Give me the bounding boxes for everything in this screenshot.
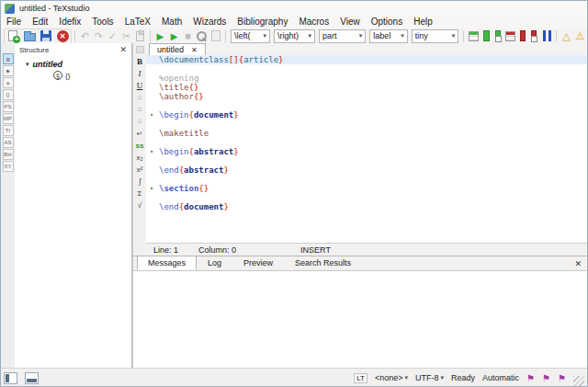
structure-section-item[interactable]: § {}	[15, 71, 131, 80]
code-line[interactable]	[146, 101, 588, 110]
build-and-view-button[interactable]: ▶	[153, 29, 167, 43]
undo-button[interactable]: ↶	[78, 29, 92, 43]
view-log-button[interactable]	[195, 29, 209, 43]
redo-button[interactable]: ↷	[92, 29, 106, 43]
toggle-sidebar-button[interactable]	[4, 372, 17, 384]
close-icon[interactable]: ✕	[119, 45, 127, 54]
remove-column-icon[interactable]	[520, 30, 526, 41]
paste-column-icon[interactable]	[495, 30, 501, 41]
fold-arrow-icon[interactable]: ▾	[146, 147, 157, 156]
underline-icon[interactable]: U	[134, 80, 146, 91]
code-line[interactable]: %opening	[146, 74, 588, 83]
fontsize-dropdown[interactable]: tiny▾	[412, 29, 458, 43]
sidepanel-metapost[interactable]: MP	[3, 113, 14, 124]
code-line[interactable]: ▾\begin{abstract}	[146, 147, 588, 156]
code-line[interactable]: \end{abstract}	[146, 165, 588, 175]
italic-icon[interactable]: I	[134, 68, 146, 79]
menu-help[interactable]: Help	[408, 16, 438, 28]
code-line[interactable]: ▾\section{}	[146, 184, 588, 193]
superscript-icon[interactable]: x²	[134, 164, 146, 175]
compile-button[interactable]: ▶	[167, 29, 181, 43]
save-button[interactable]	[38, 29, 54, 43]
menu-file[interactable]: File	[1, 16, 27, 28]
structure-root-item[interactable]: ▾ untitled	[15, 60, 131, 69]
align-center-icon[interactable]: ≡	[134, 104, 146, 115]
sidepanel-pstricks[interactable]: PS	[3, 101, 14, 112]
menu-wizards[interactable]: Wizards	[187, 16, 232, 28]
bookmark-2-icon[interactable]: ⚑	[542, 373, 550, 383]
sidepanel-beamer[interactable]: BH	[3, 149, 14, 160]
resize-grip[interactable]	[573, 376, 584, 387]
chevron-down-icon[interactable]: ▾	[26, 61, 29, 68]
code-line[interactable]: \maketitle	[146, 129, 588, 138]
close-tab-icon[interactable]: ✕	[191, 46, 198, 54]
code-line[interactable]	[146, 64, 588, 74]
tab-preview[interactable]: Preview	[232, 256, 284, 270]
code-line[interactable]	[146, 193, 588, 202]
tab-log[interactable]: Log	[197, 256, 232, 270]
fold-arrow-icon[interactable]: ▾	[146, 110, 157, 120]
newline-icon[interactable]: ↵	[134, 128, 146, 139]
sum-icon[interactable]: Σ	[134, 188, 146, 199]
code-line[interactable]: \author{}	[146, 92, 588, 101]
sqrt-icon[interactable]: √	[134, 199, 146, 211]
sidepanel-symbols[interactable]: ✳	[3, 77, 14, 88]
sidepanel-bookmarks[interactable]: ⚑	[3, 65, 14, 76]
code-line[interactable]: \title{}	[146, 83, 588, 92]
menu-options[interactable]: Options	[366, 16, 408, 28]
code-editor[interactable]: \documentclass[]{article}%opening\title{…	[146, 55, 588, 243]
toggle-bottom-panel-button[interactable]	[25, 372, 39, 384]
align-columns-icon[interactable]	[541, 30, 551, 41]
sidepanel-asymptote[interactable]: AS	[3, 137, 14, 148]
bookmark-3-icon[interactable]: ⚑	[558, 373, 566, 383]
line-ending-status[interactable]: Automatic	[482, 373, 519, 382]
code-line[interactable]: \end{document}	[146, 202, 588, 211]
next-warning-button[interactable]: ⚠	[573, 29, 587, 43]
menu-idefix[interactable]: Idefix	[53, 16, 86, 28]
add-row-icon[interactable]	[469, 31, 479, 41]
menu-macros[interactable]: Macros	[293, 16, 334, 28]
code-line[interactable]	[146, 175, 588, 184]
remove-row-icon[interactable]	[505, 31, 515, 41]
bold-icon[interactable]: B	[134, 56, 146, 67]
tab-messages[interactable]: Messages	[137, 256, 197, 270]
code-line[interactable]	[146, 120, 588, 129]
code-line[interactable]	[146, 156, 588, 165]
smallcaps-icon[interactable]: ss	[134, 140, 146, 151]
toolbar-handle[interactable]	[136, 46, 144, 53]
fold-arrow-icon[interactable]: ▾	[146, 184, 157, 193]
code-line[interactable]: ▾\begin{document}	[146, 110, 588, 120]
menu-view[interactable]: View	[334, 16, 366, 28]
menu-latex[interactable]: LaTeX	[119, 16, 156, 28]
tab-search-results[interactable]: Search Results	[284, 256, 362, 270]
paste-button[interactable]	[133, 29, 147, 43]
sidepanel-tikz[interactable]: TI	[3, 125, 14, 136]
new-document-button[interactable]	[5, 29, 21, 43]
sectioning-dropdown[interactable]: part▾	[319, 29, 366, 43]
menu-bibliography[interactable]: Bibliography	[232, 16, 293, 28]
menu-tools[interactable]: Tools	[86, 16, 119, 28]
sidepanel-xypic[interactable]: XY	[3, 161, 14, 172]
cut-button[interactable]: ✂	[119, 29, 133, 43]
close-icon[interactable]: ✕	[574, 259, 582, 268]
encoding-dropdown[interactable]: UTF-8 ▾	[415, 373, 444, 382]
view-pdf-button[interactable]	[209, 29, 222, 43]
menu-edit[interactable]: Edit	[27, 16, 53, 28]
menu-math[interactable]: Math	[156, 16, 187, 28]
code-line[interactable]: \documentclass[]{article}	[146, 55, 588, 64]
subscript-icon[interactable]: x₂	[134, 152, 146, 163]
stop-button[interactable]: ■	[181, 29, 195, 43]
check-button[interactable]: ✓	[106, 29, 119, 43]
spell-language-dropdown[interactable]: <none> ▾	[375, 373, 408, 382]
align-left-icon[interactable]: ≡	[134, 92, 146, 103]
add-column-icon[interactable]	[483, 30, 489, 41]
open-button[interactable]	[21, 29, 38, 43]
languagetool-status[interactable]: LT	[354, 373, 368, 383]
left-delimiter-dropdown[interactable]: \left(▾	[231, 29, 270, 43]
right-delimiter-dropdown[interactable]: \right)▾	[274, 29, 315, 43]
close-document-button[interactable]: ✕	[54, 29, 71, 43]
previous-warning-button[interactable]: △	[560, 29, 573, 43]
cut-column-icon[interactable]	[531, 30, 537, 41]
sidepanel-braces[interactable]: {}	[3, 89, 14, 100]
editor-tab-untitled[interactable]: untitled ✕	[149, 43, 206, 55]
